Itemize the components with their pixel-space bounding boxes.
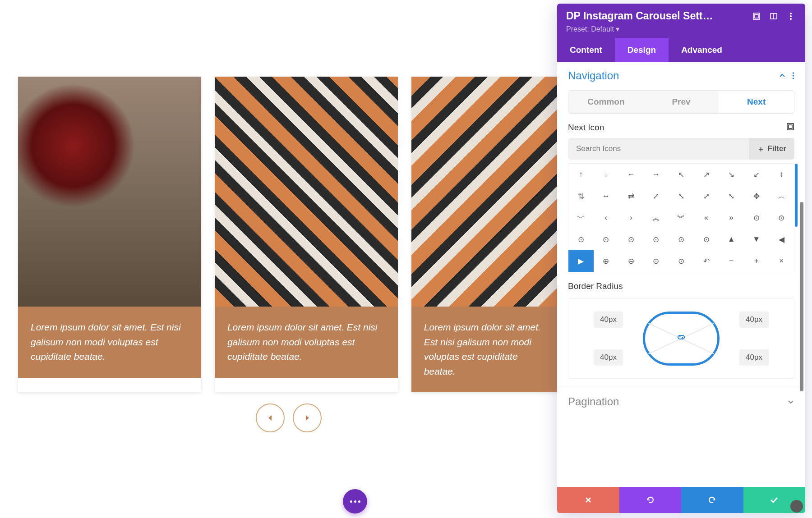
carousel-card[interactable]: Lorem ipsum dolor sit amet. Est nisi gal… — [411, 77, 559, 392]
kebab-icon[interactable] — [792, 72, 794, 79]
carousel-card[interactable]: Lorem ipsum dolor sit amet. Est nisi gal… — [18, 77, 201, 392]
dot-icon — [354, 500, 356, 503]
icon-option[interactable]: ‹ — [594, 207, 619, 229]
icon-option[interactable]: ◀ — [769, 229, 794, 250]
subtab-prev[interactable]: Prev — [644, 91, 719, 113]
icon-option[interactable]: ﹀ — [568, 207, 594, 229]
icon-search-row: ＋ Filter — [568, 138, 794, 160]
icon-option[interactable]: ⊙ — [694, 229, 719, 250]
icon-option[interactable]: ⊙ — [669, 250, 694, 272]
panel-tabs: Content Design Advanced — [557, 38, 805, 62]
icon-option[interactable]: › — [618, 207, 644, 229]
subtab-common[interactable]: Common — [568, 91, 644, 113]
card-caption: Lorem ipsum dolor sit amet. Est nisi gal… — [411, 307, 559, 392]
icon-option[interactable]: ▼ — [744, 229, 769, 250]
icon-option[interactable]: ⊙ — [644, 250, 669, 272]
chevron-up-icon — [779, 72, 786, 79]
icon-option[interactable]: ↕ — [769, 164, 794, 185]
icon-option[interactable]: ⊙ — [769, 207, 794, 229]
icon-option[interactable]: ⇅ — [568, 185, 594, 207]
icon-option[interactable]: ⊖ — [618, 250, 644, 272]
columns-icon[interactable] — [768, 11, 779, 22]
divi-fab-button[interactable] — [343, 489, 367, 513]
border-radius-tl-input[interactable]: 40px — [594, 312, 623, 328]
search-icons-input[interactable] — [568, 138, 749, 160]
icon-option[interactable]: ↶ — [694, 250, 719, 272]
icon-option[interactable]: ⊙ — [669, 229, 694, 250]
icon-option[interactable]: ⊙ — [594, 229, 619, 250]
icon-option[interactable]: ▶ — [568, 250, 594, 272]
plus-icon: ＋ — [757, 144, 765, 154]
icon-option[interactable]: ↗ — [694, 164, 719, 185]
next-icon-label: Next Icon — [568, 123, 604, 133]
divi-badge[interactable] — [790, 500, 803, 513]
panel-header[interactable]: DP Instagram Carousel Sett… Preset: Defa… — [557, 4, 805, 38]
border-radius-br-input[interactable]: 40px — [739, 349, 769, 366]
tab-advanced[interactable]: Advanced — [669, 38, 735, 62]
icon-grid-scrollbar[interactable] — [795, 164, 798, 227]
dot-icon — [358, 500, 360, 503]
icon-option[interactable]: ↔ — [594, 185, 619, 207]
svg-rect-1 — [755, 14, 758, 18]
kebab-icon[interactable] — [785, 11, 796, 22]
redo-icon — [708, 495, 717, 504]
icon-option[interactable]: ⤢ — [694, 185, 719, 207]
icon-option[interactable]: ⇄ — [618, 185, 644, 207]
card-caption: Lorem ipsum dolor sit amet. Est nisi gal… — [215, 307, 398, 378]
border-radius-tr-input[interactable]: 40px — [739, 312, 769, 328]
section-pagination-header[interactable]: Pagination — [557, 386, 805, 417]
icon-option[interactable]: ⤡ — [669, 185, 694, 207]
card-image — [215, 77, 398, 307]
undo-button[interactable] — [619, 487, 682, 513]
panel-body[interactable]: Navigation Common Prev Next Next Icon — [557, 62, 805, 487]
icon-option[interactable]: − — [719, 250, 744, 272]
tab-content[interactable]: Content — [557, 38, 615, 62]
icon-option[interactable]: » — [719, 207, 744, 229]
preset-selector[interactable]: Preset: Default ▾ — [566, 25, 796, 33]
icon-option[interactable]: ⤡ — [719, 185, 744, 207]
tab-design[interactable]: Design — [615, 38, 669, 62]
icon-option[interactable]: ⊙ — [744, 207, 769, 229]
icon-option[interactable]: + — [744, 250, 769, 272]
responsive-icon[interactable] — [786, 123, 794, 133]
icon-option[interactable]: ← — [618, 164, 644, 185]
triangle-left-icon — [266, 414, 274, 422]
carousel-prev-button[interactable] — [256, 403, 285, 432]
icon-option[interactable]: ▲ — [719, 229, 744, 250]
link-values-toggle[interactable] — [676, 332, 686, 345]
carousel-next-button[interactable] — [293, 403, 322, 432]
icon-option[interactable]: ⊙ — [644, 229, 669, 250]
icon-option[interactable]: ↘ — [719, 164, 744, 185]
icon-option[interactable]: ⊕ — [594, 250, 619, 272]
carousel-cards: Lorem ipsum dolor sit amet. Est nisi gal… — [18, 77, 559, 392]
dot-icon — [350, 500, 352, 503]
icon-option[interactable]: ↙ — [744, 164, 769, 185]
icon-option[interactable]: ↓ — [594, 164, 619, 185]
icon-option[interactable]: ⊙ — [618, 229, 644, 250]
filter-button[interactable]: ＋ Filter — [749, 138, 794, 160]
icon-option[interactable]: ︽ — [644, 207, 669, 229]
carousel-card[interactable]: Lorem ipsum dolor sit amet. Est nisi gal… — [215, 77, 398, 392]
icon-option[interactable]: × — [769, 250, 794, 272]
panel-title: DP Instagram Carousel Sett… — [566, 10, 745, 22]
panel-scrollbar[interactable] — [800, 202, 803, 391]
expand-icon[interactable] — [751, 11, 762, 22]
border-radius-label: Border Radius — [568, 281, 794, 291]
icon-option[interactable]: ︾ — [669, 207, 694, 229]
icon-option[interactable]: ︿ — [769, 185, 794, 207]
icon-option[interactable]: → — [644, 164, 669, 185]
icon-option[interactable]: ✥ — [744, 185, 769, 207]
subtab-next[interactable]: Next — [719, 91, 794, 113]
svg-point-5 — [790, 15, 792, 17]
icon-option[interactable]: ⊙ — [568, 229, 594, 250]
svg-point-8 — [793, 75, 794, 77]
svg-point-9 — [793, 78, 794, 79]
border-radius-bl-input[interactable]: 40px — [594, 349, 623, 366]
section-navigation-header[interactable]: Navigation — [568, 69, 794, 82]
redo-button[interactable] — [681, 487, 743, 513]
icon-option[interactable]: ↖ — [669, 164, 694, 185]
icon-option[interactable]: « — [694, 207, 719, 229]
close-button[interactable] — [557, 487, 619, 513]
icon-option[interactable]: ↑ — [568, 164, 594, 185]
icon-option[interactable]: ⤢ — [644, 185, 669, 207]
